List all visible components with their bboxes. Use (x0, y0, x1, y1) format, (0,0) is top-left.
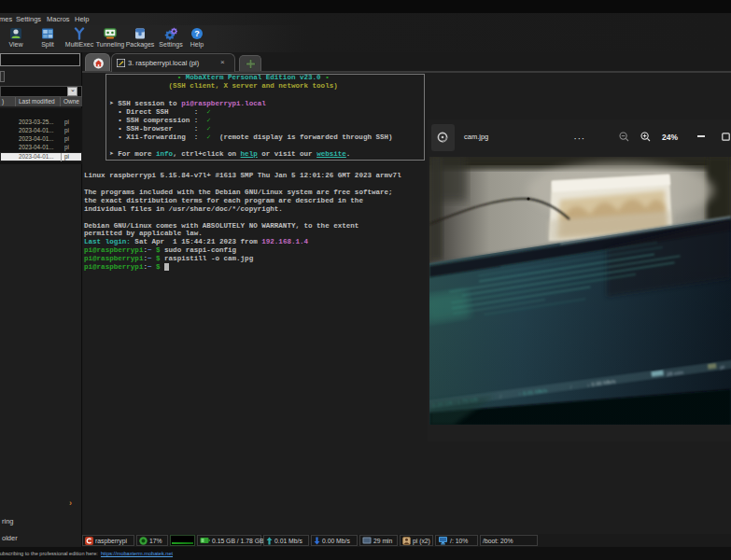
svg-text:?: ? (194, 29, 200, 38)
